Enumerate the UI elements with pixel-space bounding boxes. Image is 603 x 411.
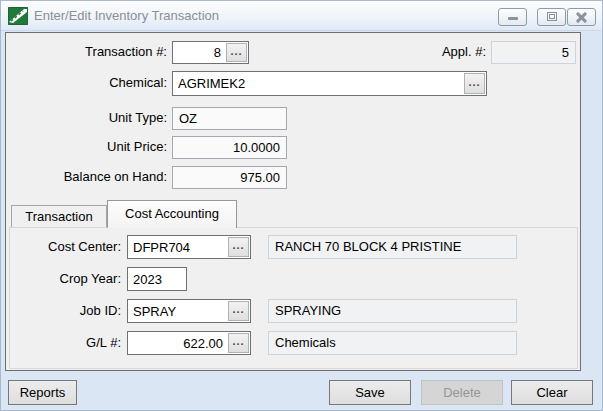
inventory-transaction-window: Enter/Edit Inventory Transaction Transac…	[0, 0, 603, 411]
minimize-button[interactable]	[498, 8, 527, 26]
appl-number-label: Appl. #:	[381, 44, 486, 59]
delete-button[interactable]: Delete	[421, 380, 503, 405]
save-button[interactable]: Save	[329, 380, 411, 405]
tab-transaction[interactable]: Transaction	[11, 205, 107, 228]
main-panel: Transaction #: ... Appl. #: 5 Chemical: …	[5, 32, 581, 371]
cost-center-browse-button[interactable]: ...	[228, 237, 249, 257]
reports-button[interactable]: Reports	[8, 380, 77, 405]
cost-center-field: ...	[127, 235, 251, 259]
unit-price-label: Unit Price:	[11, 139, 167, 154]
cost-center-description: RANCH 70 BLOCK 4 PRISTINE	[268, 235, 517, 259]
job-id-label: Job ID:	[15, 303, 121, 318]
tab-cost-accounting[interactable]: Cost Accounting	[107, 200, 237, 228]
restore-button[interactable]	[537, 8, 566, 26]
chemical-browse-button[interactable]: ...	[464, 73, 485, 94]
crop-year-field	[127, 267, 187, 291]
transaction-number-label: Transaction #:	[11, 44, 167, 59]
appl-number-field: 5	[491, 41, 576, 64]
job-id-field: ...	[127, 299, 251, 323]
gl-number-description: Chemicals	[268, 331, 517, 355]
window-title: Enter/Edit Inventory Transaction	[34, 1, 219, 30]
transaction-number-browse-button[interactable]: ...	[226, 43, 247, 62]
balance-on-hand-label: Balance on Hand:	[11, 169, 167, 184]
close-icon	[576, 12, 587, 23]
chemical-label: Chemical:	[11, 75, 167, 90]
unit-type-field: OZ	[172, 107, 287, 130]
close-button[interactable]	[567, 8, 596, 26]
unit-price-field: 10.0000	[172, 136, 287, 159]
gl-number-browse-button[interactable]: ...	[228, 333, 249, 353]
cost-center-label: Cost Center:	[15, 239, 121, 254]
restore-icon	[547, 12, 557, 21]
chemical-input[interactable]	[173, 72, 486, 95]
job-id-description: SPRAYING	[268, 299, 517, 323]
crop-year-label: Crop Year:	[15, 271, 121, 286]
crop-year-input[interactable]	[128, 268, 186, 290]
minimize-icon	[508, 17, 518, 20]
app-icon	[8, 7, 28, 25]
titlebar: Enter/Edit Inventory Transaction	[1, 1, 602, 31]
balance-on-hand-field: 975.00	[172, 166, 287, 189]
clear-button[interactable]: Clear	[511, 380, 593, 405]
gl-number-field: ...	[127, 331, 251, 355]
chemical-field: ...	[172, 71, 487, 96]
gl-number-label: G/L #:	[15, 335, 121, 350]
unit-type-label: Unit Type:	[11, 110, 167, 125]
transaction-number-field: ...	[172, 41, 249, 64]
job-id-browse-button[interactable]: ...	[228, 301, 249, 321]
